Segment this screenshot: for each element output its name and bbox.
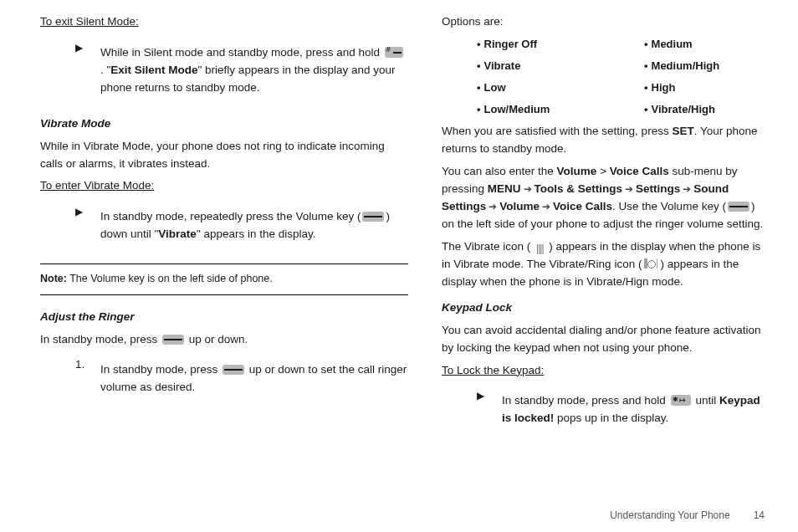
vibrate-mode-heading: Vibrate Mode <box>40 115 408 133</box>
indent <box>42 203 75 248</box>
menu-label: MENU <box>488 182 521 195</box>
text: up or down. <box>186 333 248 345</box>
menu-para: You can also enter the Volume > Voice Ca… <box>442 163 765 233</box>
text: until <box>693 394 719 407</box>
footer-section: Understanding Your Phone <box>610 508 729 524</box>
triangle-bullet-icon: ▶ <box>75 203 100 248</box>
exit-silent-heading: To exit Silent Mode: <box>40 13 408 31</box>
bullet-icon: • <box>477 59 481 72</box>
volume-label: Volume <box>557 165 597 177</box>
text: While in Silent mode and standby mode, p… <box>100 46 380 59</box>
option-ringer-off: •Ringer Off <box>477 36 636 53</box>
option-label: Medium/High <box>652 59 720 72</box>
star-key-icon <box>671 395 691 406</box>
keypad-lock-para: You can avoid accidental dialing and/or … <box>442 322 765 357</box>
option-low-medium: •Low/Medium <box>477 101 636 118</box>
note-label: Note: <box>40 273 67 284</box>
option-medium-high: •Medium/High <box>644 58 765 74</box>
right-column: Options are: •Ringer Off •Medium •Vibrat… <box>442 13 765 498</box>
enter-vibrate-step: ▶ In standby mode, repeatedly press the … <box>42 203 408 248</box>
arrow-icon: ➔ <box>625 182 633 197</box>
text: In standby mode, press <box>100 363 221 376</box>
footer-page-number: 14 <box>754 508 765 524</box>
adjust-step-1: 1. In standby mode, press up or down to … <box>40 356 408 402</box>
option-low: •Low <box>477 79 636 96</box>
lock-step-text: In standby mode, press and hold until Ke… <box>502 392 765 427</box>
text: " appears in the display. <box>197 228 316 240</box>
text: In standby mode, press <box>40 333 161 345</box>
voice-calls-label: Voice Calls <box>610 165 669 177</box>
triangle-bullet-icon: ▶ <box>75 39 100 102</box>
indent <box>443 387 477 432</box>
option-label: Vibrate <box>484 59 521 72</box>
enter-vibrate-text: In standby mode, repeatedly press the Vo… <box>100 208 408 243</box>
tools-settings-label: Tools & Settings <box>535 182 623 195</box>
page: To exit Silent Mode: ▶ While in Silent m… <box>0 0 798 532</box>
option-label: Vibrate/High <box>652 103 715 115</box>
exit-silent-mode-label: Exit Silent Mode <box>110 64 197 76</box>
option-medium: •Medium <box>644 36 765 53</box>
text: When you are satisfied with the setting,… <box>442 125 672 137</box>
text: . " <box>100 64 110 76</box>
text: In standby mode, repeatedly press the Vo… <box>100 210 361 223</box>
exit-silent-step-text: While in Silent mode and standby mode, p… <box>100 44 408 97</box>
keypad-lock-heading: Keypad Lock <box>442 299 765 317</box>
voice-calls-label-2: Voice Calls <box>553 200 612 212</box>
indent <box>42 39 75 102</box>
arrow-icon: ➔ <box>489 199 497 215</box>
footer: Understanding Your Phone 14 <box>40 498 765 524</box>
options-heading: Options are: <box>442 13 765 31</box>
vibrate-mode-para: While in Vibrate Mode, your phone does n… <box>40 138 408 173</box>
volume-label-2: Volume <box>499 200 540 212</box>
bullet-icon: • <box>477 38 481 50</box>
option-vibrate: •Vibrate <box>477 58 636 74</box>
volume-key-icon <box>223 365 244 375</box>
bullet-icon: • <box>644 59 648 72</box>
left-column: To exit Silent Mode: ▶ While in Silent m… <box>40 13 408 498</box>
option-label: Low/Medium <box>484 103 550 115</box>
step-number: 1. <box>75 356 100 402</box>
text: . Use the Volume key ( <box>612 200 726 212</box>
volume-key-icon <box>728 202 749 212</box>
text: You can also enter the <box>442 165 557 177</box>
to-lock-heading: To Lock the Keypad: <box>442 362 765 380</box>
indent <box>40 356 75 402</box>
gt: > <box>596 165 609 177</box>
option-label: Medium <box>652 38 693 50</box>
arrow-icon: ➔ <box>683 182 691 197</box>
settings-label: Settings <box>636 182 680 195</box>
text: pops up in the display. <box>554 412 668 424</box>
vibrate-label: Vibrate <box>158 228 197 240</box>
bullet-icon: • <box>477 103 481 115</box>
satisfied-para: When you are satisfied with the setting,… <box>442 123 765 158</box>
columns: To exit Silent Mode: ▶ While in Silent m… <box>40 13 765 498</box>
vibrate-icon-para: The Vibrate icon () appears in the displ… <box>442 238 765 291</box>
vibrate-icon <box>532 243 547 254</box>
option-label: Ringer Off <box>484 38 538 50</box>
vibrate-ring-icon <box>643 258 658 269</box>
option-label: High <box>652 81 676 94</box>
triangle-bullet-icon: ▶ <box>477 387 502 432</box>
note-box: Note: The Volume key is on the left side… <box>40 263 408 294</box>
set-label: SET <box>672 125 693 137</box>
text: The Vibrate icon ( <box>442 240 530 253</box>
adjust-ringer-heading: Adjust the Ringer <box>40 309 408 326</box>
adjust-step-1-text: In standby mode, press up or down to set… <box>100 361 408 396</box>
option-high: •High <box>644 79 765 96</box>
bullet-icon: • <box>644 103 648 115</box>
volume-key-icon <box>162 335 184 345</box>
enter-vibrate-heading: To enter Vibrate Mode: <box>40 177 408 195</box>
option-label: Low <box>484 81 506 94</box>
option-vibrate-high: •Vibrate/High <box>644 101 765 118</box>
hash-key-icon <box>385 47 403 58</box>
bullet-icon: • <box>477 81 481 94</box>
exit-silent-step: ▶ While in Silent mode and standby mode,… <box>42 39 408 102</box>
adjust-ringer-intro: In standby mode, press up or down. <box>40 331 408 349</box>
text: In standby mode, press and hold <box>502 394 669 407</box>
bullet-icon: • <box>644 38 648 50</box>
bullet-icon: • <box>644 81 648 94</box>
lock-step: ▶ In standby mode, press and hold until … <box>443 387 765 432</box>
note-text: The Volume key is on the left side of ph… <box>67 273 273 284</box>
options-grid: •Ringer Off •Medium •Vibrate •Medium/Hig… <box>477 36 765 119</box>
arrow-icon: ➔ <box>542 199 550 215</box>
